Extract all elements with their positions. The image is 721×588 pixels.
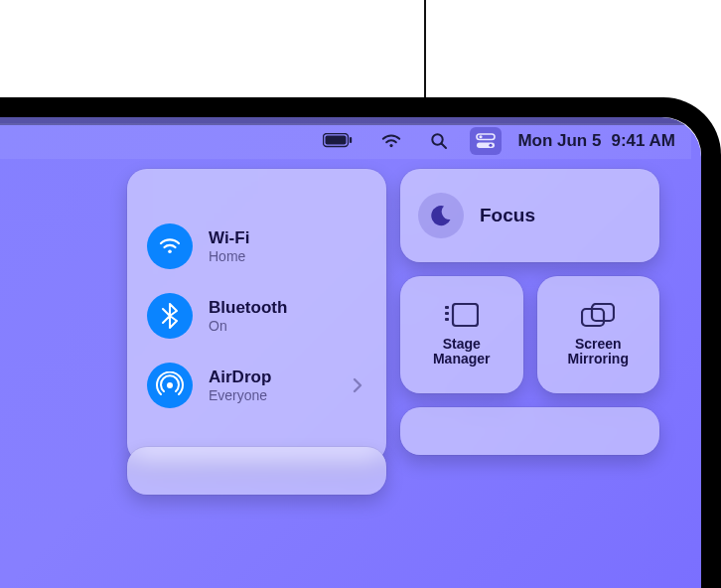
svg-rect-13 <box>453 304 478 326</box>
stage-manager-tile[interactable]: Stage Manager <box>400 276 523 393</box>
partial-tile[interactable] <box>400 407 659 455</box>
svg-point-6 <box>480 135 483 138</box>
wifi-icon <box>158 236 182 256</box>
bluetooth-toggle[interactable]: Bluetooth On <box>143 283 370 349</box>
menu-bar-spotlight[interactable] <box>424 127 454 155</box>
wifi-toggle-icon-bg <box>147 223 193 269</box>
menu-bar-wifi[interactable] <box>374 127 408 155</box>
airdrop-icon <box>156 371 184 399</box>
airdrop-toggle-icon-bg <box>147 363 193 408</box>
svg-rect-1 <box>326 136 347 145</box>
focus-label: Focus <box>480 205 535 226</box>
screen-mirroring-label: Screen Mirroring <box>568 337 629 368</box>
stage-manager-label: Stage Manager <box>433 337 491 368</box>
svg-line-4 <box>442 144 447 149</box>
connectivity-tile: Wi-Fi Home Bluetooth On <box>127 169 386 463</box>
control-center-panel: Wi-Fi Home Bluetooth On <box>127 169 659 586</box>
svg-rect-10 <box>445 306 449 309</box>
desktop-wallpaper: Mon Jun 5 9:41 AM Wi-Fi <box>0 117 701 588</box>
device-bezel: Mon Jun 5 9:41 AM Wi-Fi <box>0 97 721 588</box>
bluetooth-label: Bluetooth <box>209 298 366 318</box>
menu-bar-control-center[interactable] <box>470 127 502 155</box>
partial-tile-left[interactable] <box>127 447 386 495</box>
airdrop-toggle[interactable]: AirDrop Everyone <box>143 353 370 418</box>
focus-icon-bg <box>418 193 464 238</box>
chevron-right-icon[interactable] <box>353 377 362 393</box>
wifi-icon <box>380 133 402 149</box>
wifi-toggle[interactable]: Wi-Fi Home <box>143 214 370 279</box>
svg-rect-11 <box>445 312 449 315</box>
menu-bar-time: 9:41 AM <box>611 131 675 151</box>
wifi-label: Wi-Fi <box>209 228 366 248</box>
menu-bar-clock[interactable]: Mon Jun 5 9:41 AM <box>517 131 683 151</box>
control-center-right-column: Focus Stage Manager <box>400 169 659 493</box>
screen-mirroring-icon <box>581 303 615 329</box>
svg-rect-12 <box>445 318 449 321</box>
focus-tile[interactable]: Focus <box>400 169 659 262</box>
bluetooth-icon <box>162 303 178 329</box>
screen-mirroring-tile[interactable]: Screen Mirroring <box>537 276 660 393</box>
moon-icon <box>429 204 453 227</box>
bluetooth-toggle-icon-bg <box>147 293 193 339</box>
svg-rect-2 <box>350 137 352 143</box>
stage-mirror-row: Stage Manager Screen Mirroring <box>400 276 659 393</box>
search-icon <box>430 132 448 150</box>
control-center-icon <box>476 133 496 149</box>
svg-point-9 <box>167 382 173 388</box>
menu-bar: Mon Jun 5 9:41 AM <box>0 123 691 159</box>
battery-icon <box>323 133 353 149</box>
airdrop-label: AirDrop <box>209 368 337 387</box>
airdrop-status: Everyone <box>209 387 337 403</box>
menu-bar-battery[interactable] <box>317 127 359 155</box>
stage-manager-icon <box>445 303 479 329</box>
svg-point-8 <box>490 144 493 147</box>
menu-bar-date: Mon Jun 5 <box>517 131 601 151</box>
bluetooth-status: On <box>209 318 366 334</box>
wifi-status: Home <box>209 248 366 264</box>
